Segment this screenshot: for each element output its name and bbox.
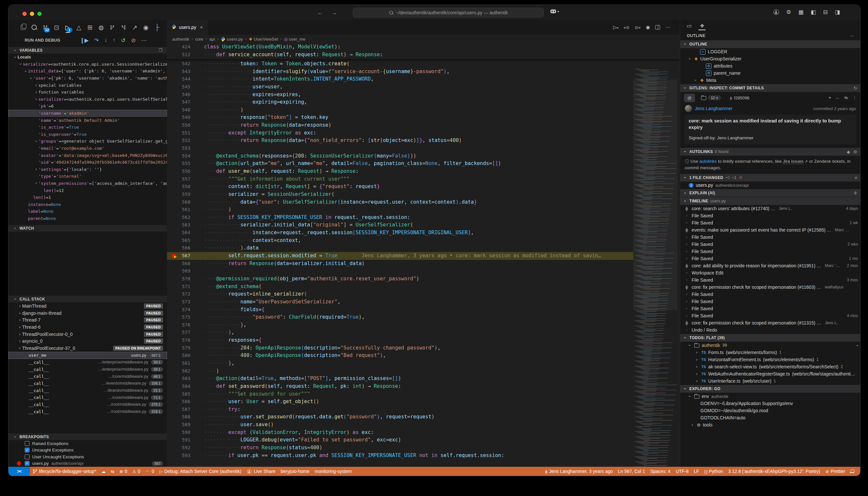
timeline-item[interactable]: ϕcore: search users' attributes (#12740)… <box>680 205 861 212</box>
go-env-var-row[interactable]: GOTOOLCHAIN=auto <box>680 414 861 421</box>
status-prettier[interactable]: ⊘Prettier <box>823 469 848 474</box>
autolinks-link[interactable]: autolinks <box>699 159 717 164</box>
go-tools-row[interactable]: ›⚙tools <box>680 421 861 429</box>
code-line[interactable]: 566············).data <box>167 244 633 252</box>
autolinks-settings-icon[interactable]: ⚙ <box>853 150 857 154</box>
close-tab-icon[interactable]: × <box>200 25 203 30</box>
code-line[interactable]: 558········context: dict[str, Request] =… <box>167 183 633 191</box>
code-line[interactable]: 559········serializer = SessionUserSeria… <box>167 191 633 199</box>
pin-icon[interactable]: ⌖ <box>829 95 831 100</box>
code-line[interactable]: 577········), <box>167 329 633 337</box>
timeline-item[interactable]: ○Undo / Redo <box>680 326 861 334</box>
code-line[interactable]: 587········try: <box>167 406 633 414</box>
stack-frame-row[interactable]: __call__…/enterprise/middleware.py39:1 <box>9 366 167 373</box>
commit-author[interactable]: Jens Langhammer <box>695 106 732 111</box>
code-viewport[interactable]: 542············token: Token = Token.obje… <box>167 43 680 467</box>
breakpoint-row[interactable]: Raised Exceptions <box>9 440 167 447</box>
search-icon[interactable] <box>31 22 37 32</box>
go-env-var-row[interactable]: GOMOD=~/dev/authentik/go.mod <box>680 407 861 414</box>
status-bell[interactable] <box>848 470 857 472</box>
code-line[interactable]: 557········"""Get information about curr… <box>167 175 633 183</box>
code-line[interactable]: 570····@permission_required(obj_perm="au… <box>167 275 633 283</box>
remote-indicator[interactable]: >< <box>9 467 30 476</box>
changed-file-row[interactable]: ± users.py authentik/core/api <box>680 182 861 189</box>
breakpoint-checkbox[interactable] <box>25 441 30 446</box>
variables-section-header[interactable]: ›VARIABLES ❐ <box>9 46 167 53</box>
outline-item[interactable]: @attributes <box>680 62 861 69</box>
variable-row[interactable]: 'type' = 'internal' <box>9 173 167 180</box>
breakpoint-row[interactable]: ✓Uncaught Exceptions <box>9 447 167 454</box>
extensions-icon[interactable]: ⊞ <box>87 22 93 32</box>
files-changed-section-header[interactable]: ›1 FILE CHANGED +0 ~1 -0 ≡ <box>680 173 861 182</box>
breadcrumb-item[interactable]: authentik <box>172 37 189 42</box>
debug-step-into-icon[interactable]: ↓ <box>104 37 107 44</box>
timeline-item[interactable]: ○File Saved2 wks <box>680 241 861 248</box>
code-line[interactable]: 568········return Response(data=serializ… <box>167 260 633 268</box>
code-line[interactable]: 582····) <box>167 367 633 375</box>
status-3-12-8-authentik-xeahpgph-py[interactable]: 3.12.8 ('authentik-xEAhpGPh-py3.12': Poe… <box>726 469 823 474</box>
code-line[interactable]: 562········if SESSION_KEY_IMPERSONATE_US… <box>167 214 633 221</box>
gitlens-wip-tab[interactable]: 12 ± <box>698 94 724 101</box>
status-debug-attach-server-core-aut[interactable]: ▷Debug: Attach Server Core (authentik) <box>157 469 244 474</box>
code-line[interactable]: 573············name="UserPasswordSetSeri… <box>167 298 633 306</box>
variable-row[interactable]: ›function variables <box>9 89 167 96</box>
toggle-left-panel-icon[interactable]: ◧ <box>811 9 816 16</box>
source-control-icon[interactable]: 12 <box>43 22 48 32</box>
toggle-right-panel-icon[interactable]: ◨ <box>835 9 840 16</box>
callstack-thread-row[interactable]: ›Thread-6PAUSED <box>9 324 167 331</box>
gitlens-icon[interactable] <box>109 22 115 32</box>
code-line[interactable]: 545················user=user, <box>167 83 633 91</box>
outline-item[interactable]: ›❖Meta <box>680 77 861 84</box>
code-line[interactable]: 579············204: OpenApiResponse(desc… <box>167 344 633 352</box>
minimize-window-button[interactable] <box>30 12 34 16</box>
breakpoint-checkbox[interactable]: ✓ <box>25 461 30 466</box>
variable-row[interactable]: 'pk' = 6 <box>9 103 167 110</box>
timeline-item[interactable]: ϕevents: make sure password set event ha… <box>680 227 861 234</box>
code-line[interactable]: 580············400: OpenApiResponse(desc… <box>167 352 633 360</box>
run-circle-icon[interactable]: ◉ <box>143 22 149 32</box>
variable-row[interactable]: 'is_active' = True <box>9 124 167 131</box>
code-line[interactable]: 593········if user.pk == request.user.pk… <box>167 452 633 460</box>
code-line[interactable]: 543················identifier=slugify(va… <box>167 68 633 76</box>
breakpoint-row[interactable]: ✓users.pyauthentik/core/api567 <box>9 460 167 467</box>
timeline-item[interactable]: ○Workspace Edit <box>680 269 861 276</box>
debug-continue-icon[interactable]: ❙▶ <box>80 37 89 44</box>
code-line[interactable]: 552············return Response(data={"no… <box>167 137 633 144</box>
variable-row[interactable]: len() = 1 <box>9 194 167 201</box>
settings-gear-icon[interactable]: ⚙ <box>786 9 791 16</box>
variable-row[interactable]: ›initial_data = {'user': {'pk': 6, 'user… <box>9 67 167 75</box>
variable-row[interactable]: 'uid' = '49d24724dfa590a20fb5961e9c6673c… <box>9 159 167 166</box>
code-line[interactable]: 544················intent=TokenIntents.I… <box>167 75 633 83</box>
status-utf-8[interactable]: UTF-8 <box>673 469 691 474</box>
status-0[interactable]: ⚠0 <box>129 469 143 474</box>
compare-icon[interactable]: ⇆ <box>844 95 848 100</box>
testing-icon[interactable]: △ <box>76 22 81 32</box>
code-line[interactable]: 424class UserViewSet(UsedByMixin, ModelV… <box>167 43 680 51</box>
step-forward-icon[interactable]: ⊙» <box>635 25 640 30</box>
live-share-icon[interactable]: ↗ <box>132 22 137 32</box>
variable-row[interactable]: ›Locals <box>9 53 167 61</box>
status-0[interactable]: ⊗0 <box>117 469 130 474</box>
callstack-thread-row[interactable]: ›ThreadPoolExecutor-0_0PAUSED <box>9 331 167 338</box>
autolinks-section-header[interactable]: ›AUTOLINKS 0 found ◆ ⚙ <box>680 148 861 156</box>
timeline-item[interactable]: ○File Saved1 wk <box>680 219 861 227</box>
callstack-thread-row[interactable]: ›django-main-threadPAUSED <box>9 310 167 317</box>
variable-row[interactable]: 'username' = 'akadmin' <box>9 110 167 117</box>
callstack-section-header[interactable]: ›CALL STACK <box>9 295 167 303</box>
status-spaces-4[interactable]: Spaces: 4 <box>648 469 673 474</box>
timeline-item[interactable]: ○File Saved <box>680 248 861 255</box>
code-line[interactable]: 592············return Response(status=40… <box>167 444 633 452</box>
variable-row[interactable]: label = None <box>9 208 167 215</box>
code-line[interactable]: 547················expiring=expiring, <box>167 98 633 106</box>
back-icon[interactable]: ← <box>836 95 840 100</box>
run-circle-icon[interactable]: ◉ <box>646 25 650 30</box>
variable-row[interactable]: ›special variables <box>9 81 167 89</box>
breadcrumb-item[interactable]: api <box>209 37 215 42</box>
breadcrumb-item[interactable]: ◎user_me <box>284 37 305 42</box>
code-line[interactable]: 548············) <box>167 106 633 114</box>
gitlens-commit-tab[interactable]: ϕ f285096 <box>727 94 753 102</box>
history-back-icon[interactable]: ← <box>317 10 323 16</box>
todo-folder-row[interactable]: ›authentik39● <box>680 342 861 349</box>
stack-frame-row[interactable]: user_meusers.py567:1 <box>9 352 167 359</box>
explain-ai-section-header[interactable]: ›EXPLAIN (AI) ✢ <box>680 189 861 197</box>
